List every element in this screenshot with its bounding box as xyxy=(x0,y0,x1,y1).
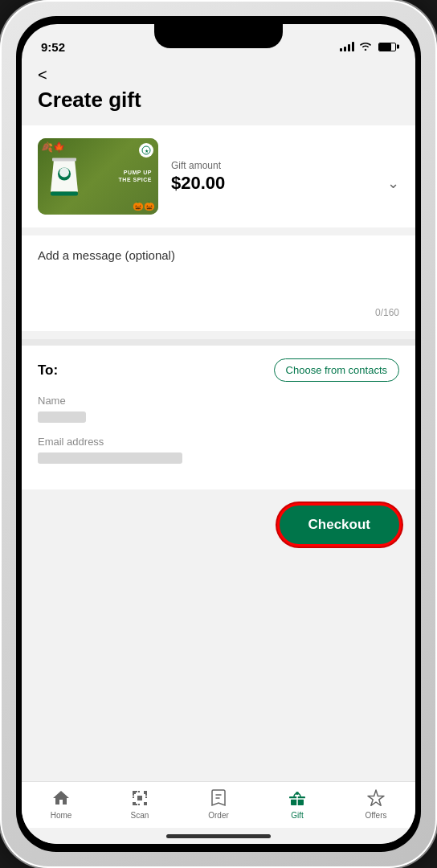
nav-order[interactable]: Order xyxy=(179,788,258,820)
card-pumpkin-decoration: 🎃🎃 xyxy=(133,201,155,211)
message-input[interactable] xyxy=(38,268,399,301)
screen: 9:52 xyxy=(22,24,415,844)
nav-scan-label: Scan xyxy=(131,811,149,820)
name-field-placeholder xyxy=(38,411,86,423)
page-title: Create gift xyxy=(38,88,399,113)
svg-rect-2 xyxy=(52,158,76,161)
home-indicator xyxy=(22,828,415,844)
starbucks-logo-card: ★ xyxy=(139,143,153,158)
card-cup xyxy=(47,153,81,200)
gift-amount-row: $20.00 ⌄ xyxy=(171,173,399,194)
card-text-overlay: PUMP UP THE SPICE xyxy=(119,169,152,185)
battery-icon xyxy=(378,43,396,51)
nav-order-label: Order xyxy=(208,811,229,820)
gift-icon xyxy=(288,788,307,808)
to-header: To: Choose from contacts xyxy=(38,358,399,382)
wifi-icon xyxy=(359,41,372,53)
home-icon xyxy=(51,788,71,808)
gift-amount-selector[interactable]: Gift amount $20.00 ⌄ xyxy=(171,160,399,194)
email-field-label: Email address xyxy=(38,436,399,448)
offers-icon xyxy=(366,788,386,808)
nav-offers[interactable]: Offers xyxy=(337,788,415,820)
status-icons xyxy=(340,41,396,53)
choose-contacts-button[interactable]: Choose from contacts xyxy=(274,358,399,382)
status-time: 9:52 xyxy=(41,40,65,54)
card-art: 🍂🍁 xyxy=(38,138,158,215)
notch xyxy=(154,24,283,48)
phone-frame: 9:52 xyxy=(0,0,437,868)
checkout-button[interactable]: Checkout xyxy=(280,506,399,544)
header: < Create gift xyxy=(22,59,415,125)
gift-amount-label: Gift amount xyxy=(171,160,399,171)
checkout-section: Checkout xyxy=(22,489,415,557)
email-field-group: Email address xyxy=(38,436,399,464)
bottom-nav: Home Scan Order xyxy=(22,781,415,828)
nav-scan[interactable]: Scan xyxy=(100,788,179,820)
message-label: Add a message (optional) xyxy=(38,248,399,262)
section-divider xyxy=(22,339,415,346)
phone-inner: 9:52 xyxy=(16,16,421,852)
home-bar xyxy=(166,834,271,838)
to-label: To: xyxy=(38,362,58,379)
signal-icon xyxy=(340,42,354,51)
email-field-placeholder xyxy=(38,452,182,464)
nav-home[interactable]: Home xyxy=(22,788,100,820)
message-counter: 0/160 xyxy=(38,304,399,318)
name-field-group: Name xyxy=(38,395,399,423)
chevron-down-icon: ⌄ xyxy=(387,174,399,192)
gift-card-section: 🍂🍁 xyxy=(22,125,415,227)
svg-point-4 xyxy=(59,167,69,177)
order-icon xyxy=(209,788,228,808)
card-leaves-decoration: 🍂🍁 xyxy=(41,141,65,153)
message-section: Add a message (optional) 0/160 xyxy=(22,235,415,331)
gift-amount-value: $20.00 xyxy=(171,173,225,194)
nav-offers-label: Offers xyxy=(365,811,386,820)
nav-home-label: Home xyxy=(51,811,72,820)
content-area: < Create gift 🍂🍁 xyxy=(22,59,415,781)
nav-gift[interactable]: Gift xyxy=(258,788,337,820)
svg-text:★: ★ xyxy=(145,149,149,154)
svg-rect-1 xyxy=(51,191,78,195)
to-section: To: Choose from contacts Name Email addr… xyxy=(22,346,415,489)
nav-gift-label: Gift xyxy=(291,811,304,820)
scan-icon xyxy=(130,788,149,808)
back-button[interactable]: < xyxy=(38,66,47,84)
name-field-label: Name xyxy=(38,395,399,407)
svg-point-9 xyxy=(296,792,299,795)
gift-card-image: 🍂🍁 xyxy=(38,138,158,215)
